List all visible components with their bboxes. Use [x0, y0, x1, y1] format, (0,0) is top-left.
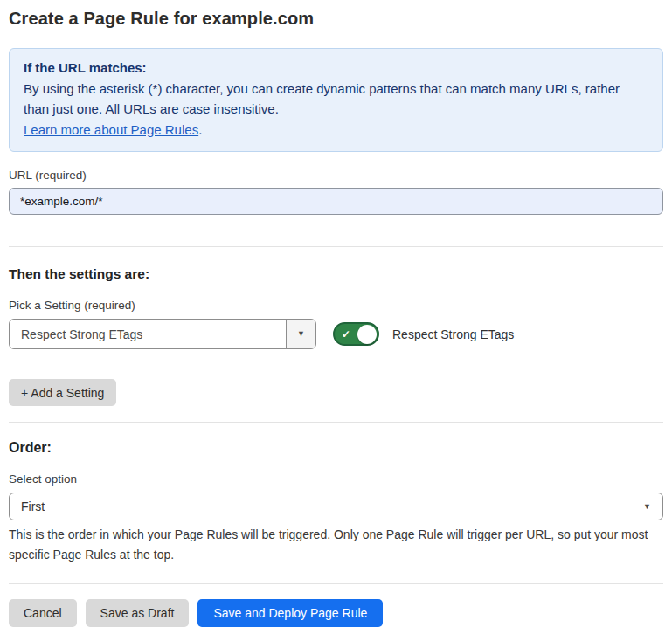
setting-select[interactable]: Respect Strong ETags ▼	[9, 319, 316, 349]
footer-actions: Cancel Save as Draft Save and Deploy Pag…	[9, 599, 663, 627]
section-divider	[9, 246, 663, 247]
order-select-label: Select option	[9, 472, 663, 486]
page-rule-form: Create a Page Rule for example.com If th…	[0, 9, 672, 627]
order-help-text: This is the order in which your Page Rul…	[9, 525, 663, 565]
chevron-down-icon: ▼	[297, 330, 305, 338]
check-icon: ✓	[342, 328, 350, 341]
save-deploy-button[interactable]: Save and Deploy Page Rule	[197, 599, 383, 627]
add-setting-button[interactable]: + Add a Setting	[9, 379, 116, 406]
page-title: Create a Page Rule for example.com	[9, 9, 663, 29]
setting-picker-label: Pick a Setting (required)	[9, 299, 663, 312]
etags-toggle[interactable]: ✓	[333, 322, 379, 346]
info-callout-heading: If the URL matches:	[24, 58, 648, 79]
info-callout-body: By using the asterisk (*) character, you…	[24, 79, 648, 120]
setting-select-arrow-button[interactable]: ▼	[286, 320, 315, 348]
info-callout-link-line: Learn more about Page Rules.	[24, 120, 648, 141]
link-suffix: .	[198, 122, 202, 137]
url-match-info-callout: If the URL matches: By using the asteris…	[9, 48, 663, 152]
url-field-label: URL (required)	[9, 169, 663, 182]
settings-section-heading: Then the settings are:	[9, 266, 663, 282]
save-draft-button[interactable]: Save as Draft	[86, 599, 190, 627]
footer-divider	[9, 583, 663, 584]
learn-more-link[interactable]: Learn more about Page Rules	[24, 122, 198, 137]
url-input[interactable]	[9, 188, 663, 215]
setting-select-value: Respect Strong ETags	[10, 327, 286, 341]
toggle-label: Respect Strong ETags	[392, 327, 514, 341]
order-select[interactable]: First ▼	[9, 493, 663, 520]
cancel-button[interactable]: Cancel	[9, 599, 77, 627]
chevron-down-icon: ▼	[643, 503, 651, 511]
setting-row: Respect Strong ETags ▼ ✓ Respect Strong …	[9, 319, 663, 349]
order-select-value: First	[21, 500, 45, 513]
order-section-heading: Order:	[9, 440, 663, 456]
section-divider	[9, 422, 663, 423]
toggle-knob	[357, 325, 377, 344]
